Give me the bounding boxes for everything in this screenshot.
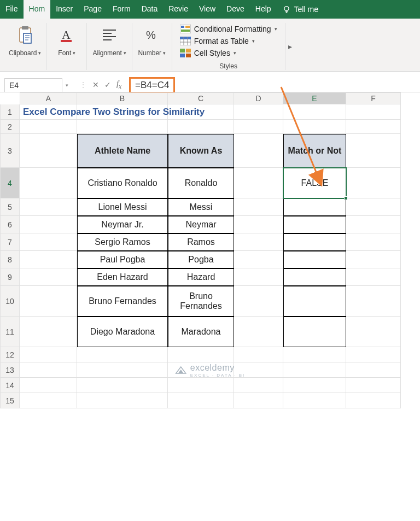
cell-styles-button[interactable]: Cell Styles▾ bbox=[180, 47, 236, 59]
fill-handle[interactable] bbox=[344, 196, 348, 200]
tab-view[interactable]: View bbox=[194, 0, 221, 19]
font-button[interactable]: A bbox=[52, 23, 81, 47]
row-header-12[interactable]: 12 bbox=[0, 347, 20, 362]
dropdown-icon[interactable]: ▾ bbox=[73, 50, 75, 56]
cell-d9[interactable] bbox=[234, 268, 283, 286]
name-box[interactable] bbox=[4, 78, 62, 92]
cell-c4[interactable]: Ronaldo bbox=[168, 168, 234, 198]
tab-formulas[interactable]: Form bbox=[107, 0, 136, 19]
col-header-e[interactable]: E bbox=[283, 92, 346, 104]
cell-a7[interactable] bbox=[20, 233, 77, 251]
cell-b5[interactable]: Lionel Messi bbox=[77, 198, 168, 216]
cell-d10[interactable] bbox=[234, 286, 283, 317]
cell-b2[interactable] bbox=[77, 120, 168, 134]
cell-a2[interactable] bbox=[20, 120, 77, 134]
row-header-6[interactable]: 6 bbox=[0, 216, 20, 233]
cell-f4[interactable] bbox=[346, 168, 401, 198]
tab-home[interactable]: Hom bbox=[24, 0, 51, 19]
dropdown-icon[interactable]: ▾ bbox=[124, 50, 126, 56]
cell-a3[interactable] bbox=[20, 134, 77, 168]
cell-e13[interactable] bbox=[283, 362, 346, 378]
cell-c8[interactable]: Pogba bbox=[168, 251, 234, 268]
cell-c9[interactable]: Hazard bbox=[168, 268, 234, 286]
tab-help[interactable]: Help bbox=[250, 0, 277, 19]
cell-a15[interactable] bbox=[20, 393, 77, 408]
cell-b12[interactable] bbox=[77, 347, 168, 362]
row-header-3[interactable]: 3 bbox=[0, 134, 20, 168]
cell-d1[interactable] bbox=[234, 104, 283, 120]
cell-b13[interactable] bbox=[77, 362, 168, 378]
cell-c2[interactable] bbox=[168, 120, 234, 134]
dropdown-icon[interactable]: ▾ bbox=[38, 50, 41, 56]
cell-f1[interactable] bbox=[346, 104, 401, 120]
cell-d11[interactable] bbox=[234, 317, 283, 347]
cell-a13[interactable] bbox=[20, 362, 77, 378]
row-header-2[interactable]: 2 bbox=[0, 120, 20, 134]
cell-e1[interactable] bbox=[283, 104, 346, 120]
accept-formula-icon[interactable]: ✓ bbox=[104, 80, 111, 89]
cell-d3[interactable] bbox=[234, 134, 283, 168]
tell-me[interactable]: Tell me bbox=[277, 0, 324, 19]
row-header-13[interactable]: 13 bbox=[0, 362, 20, 378]
namebox-dropdown-icon[interactable]: ▾ bbox=[66, 83, 68, 88]
formula-input[interactable]: =B4=C4 bbox=[129, 77, 175, 93]
cell-f12[interactable] bbox=[346, 347, 401, 362]
cell-f6[interactable] bbox=[346, 216, 401, 233]
tab-file[interactable]: File bbox=[0, 0, 24, 19]
cell-a12[interactable] bbox=[20, 347, 77, 362]
col-header-b[interactable]: B bbox=[77, 92, 168, 104]
cell-b14[interactable] bbox=[77, 378, 168, 393]
tab-developer[interactable]: Deve bbox=[221, 0, 250, 19]
cell-b6[interactable]: Neymar Jr. bbox=[77, 216, 168, 233]
row-header-9[interactable]: 9 bbox=[0, 268, 20, 286]
cell-b3[interactable]: Athlete Name bbox=[77, 134, 168, 168]
cell-e12[interactable] bbox=[283, 347, 346, 362]
tab-insert[interactable]: Inser bbox=[50, 0, 78, 19]
row-header-5[interactable]: 5 bbox=[0, 198, 20, 216]
cell-a14[interactable] bbox=[20, 378, 77, 393]
cell-b8[interactable]: Paul Pogba bbox=[77, 251, 168, 268]
tab-data[interactable]: Data bbox=[136, 0, 164, 19]
cell-a4[interactable] bbox=[20, 168, 77, 198]
cell-f9[interactable] bbox=[346, 268, 401, 286]
row-header-8[interactable]: 8 bbox=[0, 251, 20, 268]
col-header-a[interactable]: A bbox=[20, 92, 77, 104]
cell-d7[interactable] bbox=[234, 233, 283, 251]
cell-c12[interactable] bbox=[168, 347, 234, 362]
cell-f2[interactable] bbox=[346, 120, 401, 134]
cell-c5[interactable]: Messi bbox=[168, 198, 234, 216]
row-header-1[interactable]: 1 bbox=[0, 104, 20, 120]
cell-e15[interactable] bbox=[283, 393, 346, 408]
cell-a5[interactable] bbox=[20, 198, 77, 216]
tab-page-layout[interactable]: Page bbox=[78, 0, 107, 19]
cell-f3[interactable] bbox=[346, 134, 401, 168]
col-header-c[interactable]: C bbox=[168, 92, 234, 104]
cell-c11[interactable]: Maradona bbox=[168, 317, 234, 347]
cell-b15[interactable] bbox=[77, 393, 168, 408]
cell-e5[interactable] bbox=[283, 198, 346, 216]
cell-a1[interactable]: Excel Compare Two Strings for Similarity bbox=[20, 104, 77, 120]
cell-f8[interactable] bbox=[346, 251, 401, 268]
cell-e9[interactable] bbox=[283, 268, 346, 286]
cell-b4[interactable]: Cristiano Ronaldo bbox=[77, 168, 168, 198]
tab-review[interactable]: Revie bbox=[163, 0, 194, 19]
cell-e8[interactable] bbox=[283, 251, 346, 268]
cell-b7[interactable]: Sergio Ramos bbox=[77, 233, 168, 251]
cancel-formula-icon[interactable]: ✕ bbox=[92, 80, 99, 89]
fx-icon[interactable]: fx bbox=[116, 80, 121, 90]
row-header-14[interactable]: 14 bbox=[0, 378, 20, 393]
cell-a11[interactable] bbox=[20, 317, 77, 347]
cell-d15[interactable] bbox=[234, 393, 283, 408]
cell-c7[interactable]: Ramos bbox=[168, 233, 234, 251]
cell-b9[interactable]: Eden Hazard bbox=[77, 268, 168, 286]
cell-d12[interactable] bbox=[234, 347, 283, 362]
ribbon-expander[interactable]: ▸ bbox=[285, 23, 295, 70]
row-header-4[interactable]: 4 bbox=[0, 168, 20, 198]
cell-d8[interactable] bbox=[234, 251, 283, 268]
cell-f5[interactable] bbox=[346, 198, 401, 216]
cell-f14[interactable] bbox=[346, 378, 401, 393]
cell-b10[interactable]: Bruno Fernandes bbox=[77, 286, 168, 317]
cell-e7[interactable] bbox=[283, 233, 346, 251]
cell-a8[interactable] bbox=[20, 251, 77, 268]
cell-d6[interactable] bbox=[234, 216, 283, 233]
